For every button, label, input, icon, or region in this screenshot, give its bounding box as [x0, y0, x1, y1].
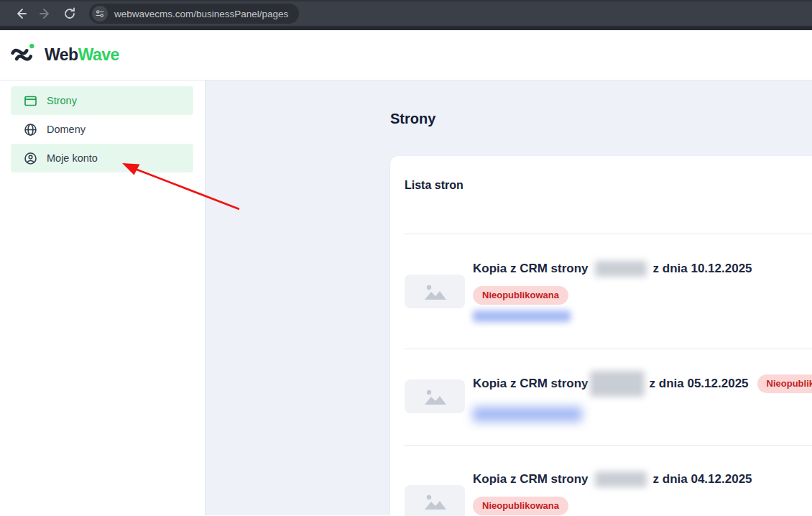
status-badge: Nieopublikowana	[473, 286, 568, 305]
sidebar-item-label: Strony	[47, 95, 77, 106]
globe-icon	[24, 123, 37, 137]
app-header: WebWave	[0, 30, 812, 80]
forward-button[interactable]	[33, 3, 57, 24]
page-item-title: Kopia z CRM stronyz dnia 10.12.2025	[473, 261, 752, 277]
page-item-content: Kopia z CRM stronyz dnia 10.12.2025 Nieo…	[473, 261, 752, 322]
page-item-content: Kopia z CRM stronyz dnia 04.12.2025 Nieo…	[473, 471, 752, 516]
site-settings-icon[interactable]	[92, 6, 108, 22]
logo-text: WebWave	[45, 45, 119, 65]
webwave-logo-icon	[10, 42, 39, 68]
card-title: Lista stron	[405, 179, 812, 192]
redacted-site-name	[595, 471, 647, 487]
image-placeholder-icon	[423, 282, 447, 301]
page-thumbnail	[405, 275, 465, 308]
sidebar-item-label: Moje konto	[47, 152, 98, 164]
sidebar-item-label: Domeny	[47, 124, 86, 135]
app-body: Strony Domeny Moje konto Strony Lista st…	[0, 80, 812, 515]
pages-list-card: Lista stron Kopia z CRM stronyz dnia 10.…	[390, 156, 812, 516]
page-item-title: Kopia z CRM stronyz dnia 05.12.2025 Nieo…	[473, 371, 812, 397]
page-list-item[interactable]: Kopia z CRM stronyz dnia 04.12.2025 Nieo…	[405, 446, 812, 516]
status-badge-row: Nieopublikowana	[473, 286, 752, 305]
page-thumbnail	[405, 485, 465, 516]
main-content: Strony Lista stron Kopia z CRM stronyz d…	[206, 80, 812, 515]
user-circle-icon	[24, 152, 37, 165]
url-bar[interactable]: webwavecms.com/businessPanel/pages	[89, 4, 299, 24]
image-placeholder-icon	[423, 387, 447, 406]
page-list-item[interactable]: Kopia z CRM stronyz dnia 10.12.2025 Nieo…	[405, 234, 812, 349]
back-button[interactable]	[9, 3, 33, 24]
reload-icon	[63, 7, 76, 20]
redacted-site-name	[590, 371, 645, 397]
sidebar: Strony Domeny Moje konto	[0, 80, 206, 515]
redacted-site-name	[595, 261, 647, 277]
back-arrow-icon	[14, 7, 27, 20]
sidebar-item-domeny[interactable]: Domeny	[11, 115, 193, 144]
sidebar-item-strony[interactable]: Strony	[11, 86, 193, 115]
page-thumbnail	[405, 379, 465, 413]
url-text: webwavecms.com/businessPanel/pages	[114, 9, 288, 19]
page-list-item[interactable]: Kopia z CRM stronyz dnia 05.12.2025 Nieo…	[405, 349, 812, 445]
status-badge: Nieopublikowana	[473, 497, 568, 515]
page-item-title: Kopia z CRM stronyz dnia 04.12.2025	[473, 471, 752, 487]
reload-button[interactable]	[57, 3, 82, 24]
redacted-page-link[interactable]	[473, 310, 571, 322]
browser-window-icon	[24, 94, 37, 108]
sidebar-item-moje-konto[interactable]: Moje konto	[11, 144, 193, 172]
page-title: Strony	[390, 111, 435, 127]
status-badge-row: Nieopublikowana	[473, 497, 752, 515]
page-item-content: Kopia z CRM stronyz dnia 05.12.2025 Nieo…	[473, 371, 812, 422]
browser-toolbar: webwavecms.com/businessPanel/pages	[0, 0, 812, 30]
redacted-page-link[interactable]	[473, 407, 582, 422]
status-badge: Nieopublikowana	[757, 374, 812, 393]
image-placeholder-icon	[423, 492, 447, 511]
screen: webwavecms.com/businessPanel/pages WebWa…	[0, 0, 812, 516]
webwave-logo[interactable]: WebWave	[10, 42, 119, 68]
forward-arrow-icon	[39, 7, 52, 20]
